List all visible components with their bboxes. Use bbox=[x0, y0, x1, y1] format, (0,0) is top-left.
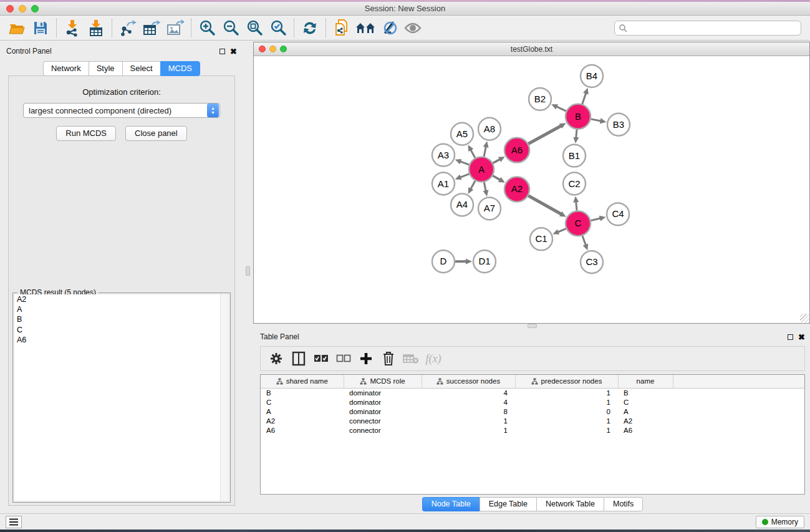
refresh-layout-button[interactable] bbox=[298, 17, 322, 39]
graph-edge-A2-C[interactable] bbox=[528, 196, 561, 214]
export-network-button[interactable] bbox=[116, 17, 140, 39]
search-box[interactable] bbox=[614, 21, 801, 36]
deselect-all-button[interactable] bbox=[334, 349, 353, 368]
cell: 1 bbox=[515, 388, 618, 398]
tab-select[interactable]: Select bbox=[122, 61, 160, 76]
graph-node-label-C: C bbox=[575, 218, 582, 228]
shared-column-icon bbox=[276, 378, 283, 385]
delete-column-button[interactable] bbox=[379, 349, 398, 368]
graph-edge-A-A5[interactable] bbox=[471, 150, 475, 158]
hide-labels-button[interactable] bbox=[377, 17, 401, 39]
function-builder-button[interactable]: f(x) bbox=[424, 349, 443, 368]
graph-edge-A-A2[interactable] bbox=[493, 176, 500, 180]
houses-button[interactable] bbox=[354, 17, 377, 39]
mcds-result-item[interactable]: C bbox=[14, 325, 220, 335]
divider-handle[interactable] bbox=[528, 324, 537, 328]
function-icon: f(x) bbox=[426, 352, 441, 365]
table-row[interactable]: A6connector11A6 bbox=[261, 426, 804, 435]
table-row[interactable]: A2connector11A2 bbox=[261, 417, 804, 426]
tab-network-table[interactable]: Network Table bbox=[536, 497, 604, 511]
float-panel-icon[interactable] bbox=[788, 334, 793, 340]
status-bar: Memory bbox=[0, 513, 810, 530]
graph-edge-C-C3[interactable] bbox=[582, 236, 586, 245]
show-columns-button[interactable] bbox=[289, 349, 308, 368]
graph-edge-C-C2[interactable] bbox=[576, 201, 577, 210]
graph-edge-C-C1[interactable] bbox=[558, 229, 566, 232]
vertical-split-divider[interactable] bbox=[243, 41, 253, 513]
memory-button[interactable]: Memory bbox=[756, 516, 804, 528]
mcds-result-scrollbar[interactable] bbox=[221, 294, 229, 501]
close-panel-button[interactable]: Close panel bbox=[125, 126, 187, 141]
tab-edge-table[interactable]: Edge Table bbox=[480, 497, 536, 511]
graph-edge-A-A3[interactable] bbox=[460, 162, 469, 165]
zoom-fit-button[interactable] bbox=[243, 17, 266, 39]
zoom-in-button[interactable] bbox=[195, 17, 219, 39]
memory-status-icon bbox=[762, 519, 768, 525]
cell: 1 bbox=[515, 398, 618, 407]
tab-style[interactable]: Style bbox=[89, 61, 122, 76]
graph-edge-A6-B[interactable] bbox=[528, 126, 561, 144]
graph-edge-A-A8[interactable] bbox=[484, 147, 486, 157]
tab-node-table[interactable]: Node Table bbox=[422, 497, 480, 511]
clone-network-button[interactable] bbox=[330, 17, 354, 39]
table-row[interactable]: Cdominator41C bbox=[261, 398, 804, 407]
delete-table-button[interactable] bbox=[402, 349, 420, 368]
export-table-button[interactable] bbox=[140, 17, 163, 39]
export-image-icon bbox=[166, 19, 184, 37]
plus-icon bbox=[359, 352, 373, 365]
cell bbox=[673, 398, 804, 407]
close-panel-icon[interactable]: ✖ bbox=[798, 334, 805, 340]
close-panel-icon[interactable]: ✖ bbox=[230, 49, 237, 54]
graph-edge-A-A1[interactable] bbox=[460, 174, 469, 177]
column-header-MCDS-role[interactable]: MCDS role bbox=[344, 375, 422, 388]
tab-mcds[interactable]: MCDS bbox=[160, 61, 200, 76]
graph-edge-A-A6[interactable] bbox=[493, 159, 499, 163]
import-network-button[interactable] bbox=[60, 17, 84, 39]
cell: A6 bbox=[261, 426, 344, 435]
select-all-button[interactable] bbox=[312, 349, 330, 368]
mcds-result-item[interactable]: A bbox=[14, 304, 220, 314]
tab-motifs[interactable]: Motifs bbox=[604, 497, 643, 511]
open-session-button[interactable] bbox=[5, 17, 29, 39]
zoom-selected-icon bbox=[270, 19, 287, 36]
column-header-shared-name[interactable]: shared name bbox=[261, 375, 344, 388]
mcds-result-item[interactable]: A6 bbox=[14, 335, 220, 345]
mcds-result-list[interactable]: A2ABCA6 bbox=[14, 294, 221, 501]
graph-edge-A-A7[interactable] bbox=[484, 182, 486, 191]
table-row[interactable]: Bdominator41B bbox=[261, 388, 804, 398]
network-canvas[interactable]: B4B2BB3A8A5A6A3B1AA1C2A2A4A7C4CC1DD1C3 bbox=[254, 56, 809, 323]
graph-edge-C-C4[interactable] bbox=[591, 218, 600, 221]
zoom-selected-button[interactable] bbox=[266, 17, 290, 39]
zoom-out-button[interactable] bbox=[219, 17, 243, 39]
tab-network[interactable]: Network bbox=[43, 61, 89, 76]
toolbar-separator bbox=[325, 19, 326, 37]
graph-edge-B-B4[interactable] bbox=[582, 93, 586, 104]
import-table-button[interactable] bbox=[84, 17, 108, 39]
table-settings-button[interactable] bbox=[267, 349, 286, 368]
divider-handle[interactable] bbox=[246, 266, 250, 276]
criterion-dropdown[interactable]: largest connected component (directed) ▲… bbox=[23, 103, 220, 118]
add-column-button[interactable] bbox=[357, 349, 375, 368]
graph-edge-B-B3[interactable] bbox=[591, 119, 601, 121]
mcds-result-item[interactable]: B bbox=[14, 314, 220, 324]
network-graph[interactable]: B4B2BB3A8A5A6A3B1AA1C2A2A4A7C4CC1DD1C3 bbox=[254, 56, 809, 323]
horizontal-split-divider[interactable] bbox=[253, 324, 810, 329]
cell bbox=[673, 388, 804, 398]
column-header-predecessor-nodes[interactable]: predecessor nodes bbox=[515, 375, 618, 388]
mcds-result-item[interactable]: A2 bbox=[14, 294, 220, 304]
float-panel-icon[interactable] bbox=[219, 49, 225, 54]
search-input[interactable] bbox=[627, 24, 797, 32]
column-header-name[interactable]: name bbox=[618, 375, 673, 388]
export-image-button[interactable] bbox=[163, 17, 187, 39]
task-history-button[interactable] bbox=[6, 516, 22, 528]
graph-edge-B-B2[interactable] bbox=[556, 107, 566, 111]
show-details-button[interactable] bbox=[401, 17, 425, 39]
save-session-button[interactable] bbox=[29, 17, 52, 39]
memory-label: Memory bbox=[771, 518, 798, 526]
column-header-successor-nodes[interactable]: successor nodes bbox=[422, 375, 515, 388]
graph-edge-A-A4[interactable] bbox=[471, 181, 475, 189]
table-row[interactable]: Adominator80A bbox=[261, 407, 804, 417]
graph-edge-B-B1[interactable] bbox=[576, 130, 577, 138]
run-mcds-button[interactable]: Run MCDS bbox=[56, 126, 116, 141]
window-resize-grip[interactable] bbox=[800, 314, 809, 322]
